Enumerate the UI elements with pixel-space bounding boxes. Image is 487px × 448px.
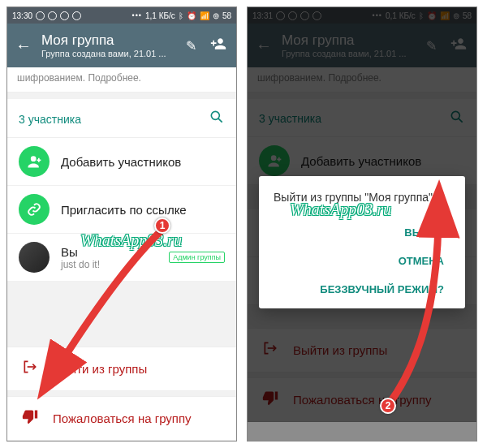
member-name: Вы	[61, 245, 157, 259]
back-icon[interactable]: ←	[15, 37, 33, 55]
edit-icon[interactable]: ✎	[181, 38, 200, 54]
status-net: 1,1 КБ/с	[145, 11, 175, 20]
members-header: 3 участника	[7, 99, 236, 138]
admin-badge: Админ группы	[169, 252, 225, 263]
screenshot-left: 13:30 ••• 1,1 КБ/с ᛒ ⏰ 📶 ⊚ 58 ← Моя груп…	[6, 6, 237, 442]
app-bar: ← Моя группа Группа создана вами, 21.01 …	[7, 24, 236, 67]
add-person-icon[interactable]	[209, 36, 228, 55]
invite-link-label: Пригласить по ссылке	[61, 203, 225, 217]
status-bar: 13:30 ••• 1,1 КБ/с ᛒ ⏰ 📶 ⊚ 58	[7, 7, 236, 24]
dialog-mute-button[interactable]: БЕЗЗВУЧНЫЙ РЕЖИМ?	[313, 275, 450, 304]
screenshot-right: 13:31 ••• 0,1 КБ/с ᛒ ⏰ 📶 ⊚ 58 ←	[247, 6, 477, 442]
status-icon	[48, 11, 57, 20]
status-more-icon: •••	[132, 11, 142, 19]
screen-body: шифрованием. Подробнее. 3 участника Доба…	[7, 67, 236, 441]
annotation-marker-2: 2	[380, 398, 396, 414]
report-group-row[interactable]: Пожаловаться на группу	[7, 396, 236, 441]
svg-line-1	[218, 118, 222, 123]
group-title: Моя группа	[41, 32, 173, 49]
leave-group-dialog: Выйти из группы "Моя группа"? ВЫЙТИ ОТМЕ…	[259, 176, 465, 308]
dialog-cancel-button[interactable]: ОТМЕНА	[392, 247, 450, 275]
status-icon	[36, 11, 45, 20]
members-count: 3 участника	[19, 113, 81, 126]
wifi-icon: ⊚	[213, 11, 219, 20]
status-icon	[72, 11, 81, 20]
add-members-row[interactable]: Добавить участников	[7, 138, 236, 186]
dialog-leave-button[interactable]: ВЫЙТИ	[398, 218, 450, 247]
leave-group-row[interactable]: Выйти из группы	[7, 347, 236, 391]
svg-point-0	[211, 111, 219, 119]
exit-icon	[22, 359, 40, 379]
dialog-message: Выйти из группы "Моя группа"?	[274, 191, 450, 204]
thumbs-down-icon	[22, 408, 40, 429]
add-members-label: Добавить участников	[61, 155, 225, 169]
add-person-icon	[19, 146, 50, 177]
battery-text: 58	[222, 11, 231, 20]
annotation-marker-1: 1	[154, 218, 170, 234]
svg-point-2	[31, 156, 37, 162]
avatar	[19, 242, 50, 273]
invite-link-row[interactable]: Пригласить по ссылке	[7, 186, 236, 234]
signal-icon: 📶	[200, 11, 209, 20]
status-time: 13:30	[12, 11, 32, 20]
alarm-icon: ⏰	[187, 11, 196, 20]
member-row-you[interactable]: Вы just do it! Админ группы	[7, 234, 236, 282]
report-group-label: Пожаловаться на группу	[53, 411, 192, 425]
group-subtitle: Группа создана вами, 21.01 ...	[41, 49, 173, 58]
link-icon	[19, 194, 50, 225]
status-icon	[60, 11, 69, 20]
bluetooth-icon: ᛒ	[179, 11, 183, 20]
member-status: just do it!	[61, 259, 157, 270]
leave-group-label: Выйти из группы	[53, 362, 147, 376]
encryption-hint[interactable]: шифрованием. Подробнее.	[7, 67, 236, 93]
search-icon[interactable]	[209, 109, 225, 129]
